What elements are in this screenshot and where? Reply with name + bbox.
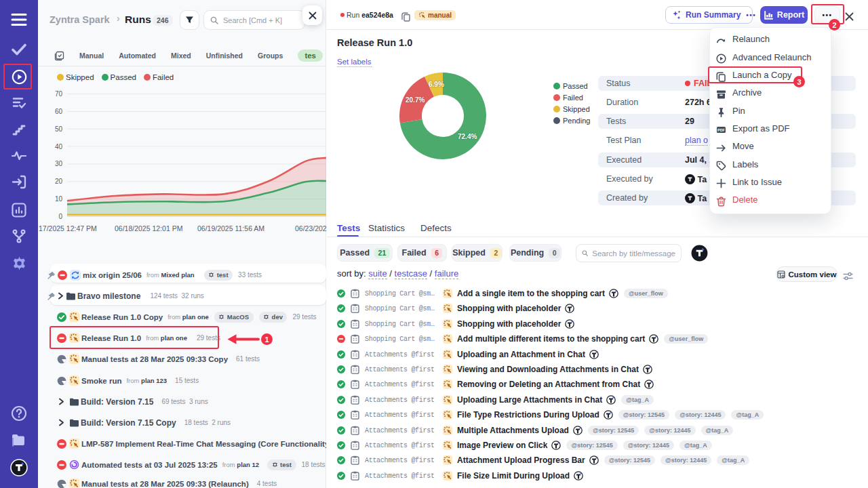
- svg-text:PDF: PDF: [717, 128, 725, 132]
